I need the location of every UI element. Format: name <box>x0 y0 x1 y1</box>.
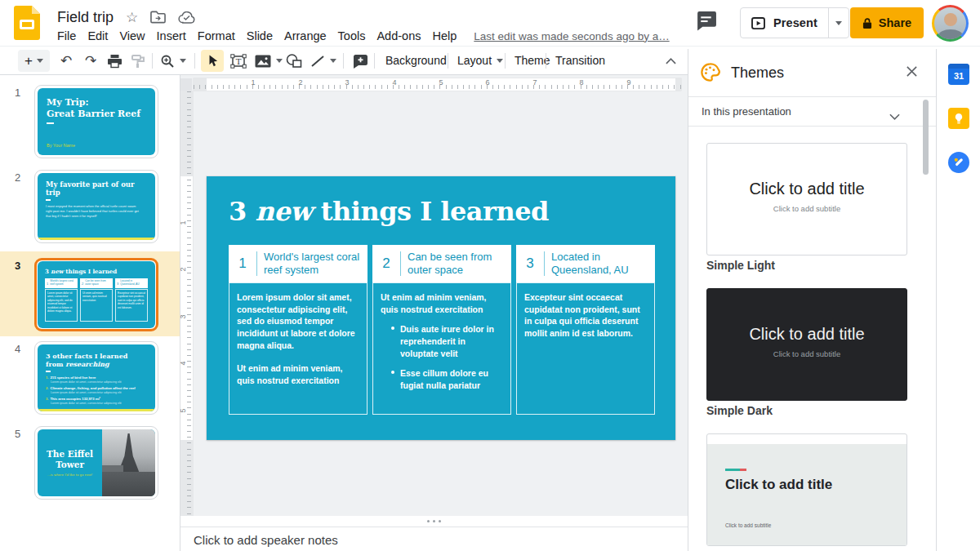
zoom-caret[interactable] <box>180 59 186 63</box>
slide-column-1[interactable]: 1 World's largest coral reef system Lore… <box>229 245 368 415</box>
background-button[interactable]: Background <box>385 47 447 75</box>
slide-5-thumbnail[interactable]: The Eiffel Tower ...is where I'd like to… <box>34 426 158 500</box>
vertical-ruler: 1 2 3 4 5 <box>180 91 193 516</box>
current-slide[interactable]: 3 new things I learned 1 World's largest… <box>207 176 675 440</box>
in-this-presentation-section[interactable]: In this presentation <box>688 97 936 127</box>
new-slide-button[interactable]: + <box>18 50 50 72</box>
line-caret[interactable] <box>330 59 336 63</box>
undo-button[interactable]: ↶ <box>60 47 72 75</box>
line-icon <box>310 55 325 68</box>
keep-icon[interactable] <box>948 108 969 129</box>
horizontal-ruler: 1 2 3 4 5 6 7 8 9 <box>194 78 681 91</box>
layout-caret <box>497 59 503 63</box>
slide-column-3[interactable]: 3 Located in Queensland, AU Excepteur si… <box>516 245 655 415</box>
theme-simple-dark[interactable]: Click to add title Click to add subtitle <box>706 288 907 401</box>
menu-arrange[interactable]: Arrange <box>278 26 332 46</box>
open-comments-icon[interactable] <box>695 11 717 34</box>
present-label: Present <box>773 16 817 29</box>
thumb4-title: 3 other facts I learned from researching <box>46 352 147 368</box>
tasks-icon[interactable] <box>948 152 969 173</box>
comment-plus-icon <box>353 54 368 69</box>
menu-edit[interactable]: Edit <box>82 26 114 46</box>
google-slides-logo[interactable] <box>14 6 40 40</box>
theme-simple-light[interactable]: Click to add title Click to add subtitle <box>706 143 907 256</box>
close-panel-icon[interactable] <box>906 65 918 81</box>
last-edit-link[interactable]: Last edit was made seconds ago by a… <box>474 30 669 42</box>
present-button[interactable]: Present <box>741 8 828 38</box>
calendar-icon[interactable]: 31 <box>948 64 969 85</box>
cloud-saved-icon[interactable] <box>178 11 195 24</box>
share-button[interactable]: Share <box>850 7 924 38</box>
thumb1-byline: By Your Name <box>47 143 75 148</box>
menu-help[interactable]: Help <box>426 26 462 46</box>
move-folder-icon[interactable] <box>150 11 166 24</box>
star-icon[interactable]: ☆ <box>126 11 138 24</box>
menu-file[interactable]: File <box>51 26 82 46</box>
hide-menus-chevron[interactable] <box>660 47 681 75</box>
select-tool-button[interactable] <box>201 50 224 72</box>
slide-2-thumbnail[interactable]: My favorite part of our trip I most enjo… <box>34 170 158 243</box>
shape-icon <box>286 54 302 68</box>
column-1-title: World's largest coral reef system <box>264 251 361 276</box>
column-3-body[interactable]: Excepteur sint occaecat cupidatat non pr… <box>516 282 655 415</box>
menu-slide[interactable]: Slide <box>241 26 278 46</box>
menu-insert[interactable]: Insert <box>151 26 192 46</box>
layout-button[interactable]: Layout <box>457 47 503 75</box>
thumb2-title: My favorite part of our trip <box>46 180 147 197</box>
lock-icon <box>862 17 872 29</box>
image-caret[interactable] <box>276 59 283 63</box>
image-icon <box>255 55 271 68</box>
present-icon <box>751 17 765 29</box>
slide-column-2[interactable]: 2 Can be seen from outer space Ut enim a… <box>372 245 511 415</box>
menu-format[interactable]: Format <box>192 26 241 46</box>
panel-scrollbar[interactable] <box>923 100 929 175</box>
slide-3-thumbnail-selected[interactable]: 3 new things I learned 1World's largest … <box>34 258 158 331</box>
themes-panel-title: Themes <box>731 64 784 82</box>
slide-1-thumbnail[interactable]: My Trip: Great Barrier Reef By Your Name <box>34 85 158 158</box>
account-avatar[interactable] <box>932 5 969 42</box>
thumb5-title: The Eiffel Tower <box>47 449 93 469</box>
zoom-button[interactable] <box>160 47 186 75</box>
toolbar: + ↶ ↷ T Background Layout Theme Transiti… <box>0 47 688 75</box>
print-icon[interactable] <box>107 47 122 75</box>
theme-card-third[interactable]: Click to add title Click to add subtitle <box>706 433 907 546</box>
slide-title[interactable]: 3 new things I learned <box>229 196 549 227</box>
document-title[interactable]: Field trip <box>57 9 114 26</box>
insert-comment-button[interactable] <box>353 47 368 75</box>
column-2-body[interactable]: Ut enim ad minim veniam, quis nostrud ex… <box>372 282 511 415</box>
menu-tools[interactable]: Tools <box>332 26 372 46</box>
menu-addons[interactable]: Add-ons <box>371 26 426 46</box>
slide-4-number: 4 <box>15 343 20 355</box>
present-options-caret[interactable] <box>828 8 849 38</box>
insert-shape-button[interactable] <box>286 47 302 75</box>
cursor-icon <box>207 54 218 68</box>
column-3-number: 3 <box>523 256 537 272</box>
ruler-corner <box>180 78 192 91</box>
insert-image-button[interactable] <box>255 47 283 75</box>
app-header: Field trip ☆ File Edit View Insert Forma… <box>0 0 980 47</box>
thumb1-title: My Trip: Great Barrier Reef <box>47 97 146 120</box>
redo-button[interactable]: ↷ <box>85 47 96 75</box>
themes-panel: Themes In this presentation Click to add… <box>688 49 936 551</box>
slide-4-thumbnail[interactable]: 3 other facts I learned from researching… <box>34 341 158 415</box>
paint-format-icon[interactable] <box>131 47 145 75</box>
notes-resize-handle[interactable] <box>180 516 688 527</box>
column-1-body[interactable]: Lorem ipsum dolor sit amet, consectetur … <box>229 282 368 415</box>
menu-view[interactable]: View <box>114 26 150 46</box>
transition-button[interactable]: Transition <box>555 47 605 75</box>
thumb3-title: 3 new things I learned <box>45 268 148 275</box>
chevron-down-icon <box>889 109 900 123</box>
insert-line-button[interactable] <box>310 47 336 75</box>
slide-filmstrip: 1 My Trip: Great Barrier Reef By Your Na… <box>0 75 180 551</box>
eiffel-tower-photo <box>102 429 155 496</box>
menu-bar: File Edit View Insert Format Slide Arran… <box>51 26 670 46</box>
thumb2-body: I most enjoyed the moment when the offic… <box>46 204 142 219</box>
column-3-title: Located in Queensland, AU <box>551 251 648 276</box>
workspace-side-rail: 31 <box>936 49 980 551</box>
slide-1-number: 1 <box>15 87 20 99</box>
speaker-notes[interactable]: Click to add speaker notes <box>180 528 688 551</box>
new-slide-caret[interactable] <box>37 59 43 63</box>
text-box-button[interactable]: T <box>230 47 247 75</box>
slide-5-number: 5 <box>15 428 20 440</box>
zoom-icon <box>160 54 175 69</box>
